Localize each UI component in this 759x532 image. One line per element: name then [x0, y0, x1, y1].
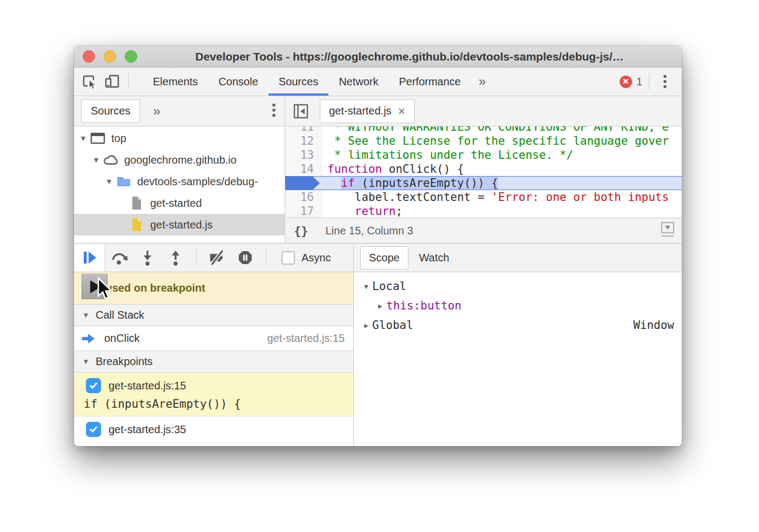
tab-console[interactable]: Console [208, 68, 268, 96]
close-tab-icon[interactable]: × [398, 105, 406, 118]
tree-item-top[interactable]: ▼ top [74, 127, 285, 149]
editor-tab-get-started-js[interactable]: get-started.js × [320, 99, 415, 123]
breakpoints-header[interactable]: ▼ Breakpoints [74, 351, 353, 373]
devtools-window: Developer Tools - https://googlechrome.g… [74, 46, 682, 446]
step-into-button[interactable] [133, 247, 162, 268]
breakpoint-checkbox-checked[interactable] [86, 378, 101, 393]
navigator-tab-sources[interactable]: Sources [81, 99, 140, 123]
debugger-toolbar: Async [74, 244, 353, 272]
editor-tabbar: get-started.js × [285, 96, 682, 126]
gutter-line-16[interactable]: 16 [285, 190, 322, 204]
gutter-line-11[interactable]: 11 [285, 126, 322, 134]
pause-on-exceptions-button[interactable] [231, 247, 259, 268]
tree-item-folder[interactable]: ▼ devtools-samples/debug- [74, 171, 285, 192]
navigator-more-tabs-button[interactable]: » [153, 104, 160, 119]
breakpoint-entry-15[interactable]: get-started.js:15 if (inputsAreEmpty()) … [74, 373, 353, 416]
inspect-cursor-icon [81, 74, 96, 89]
close-window-button[interactable] [83, 50, 95, 63]
toolbar-separator [649, 73, 649, 90]
current-frame-arrow-icon [82, 333, 96, 344]
gutter-line-15-breakpoint[interactable]: 15 [285, 176, 322, 190]
call-stack-header[interactable]: ▼ Call Stack [74, 304, 353, 326]
tree-collapsed-arrow[interactable]: ▶ [374, 302, 386, 310]
tree-expand-arrow[interactable]: ▼ [90, 156, 102, 164]
async-checkbox-group[interactable]: Async [281, 251, 331, 265]
execution-line-marker [285, 177, 320, 190]
scope-this-row[interactable]: ▶ this: button [354, 296, 682, 315]
kebab-menu-icon [272, 103, 276, 118]
gutter-line-12[interactable]: 12 [285, 134, 322, 148]
window-title: Developer Tools - https://googlechrome.g… [137, 50, 682, 63]
code-editor-area[interactable]: 11 * WITHOUT WARRANTIES OR CONDITIONS OF… [285, 126, 682, 218]
code-line-15-execution: 15 if (inputsAreEmpty()) { [285, 176, 682, 190]
error-icon: ✕ [620, 76, 632, 88]
device-toolbar-icon [104, 74, 120, 89]
scope-watch-pane: Scope Watch ▼ Local ▶ this: button [354, 244, 682, 446]
breakpoint-entry-35[interactable]: get-started.js:35 [74, 416, 353, 440]
panel-bottom-icon [660, 221, 675, 238]
error-badge[interactable]: ✕ 1 [620, 76, 642, 88]
async-checkbox[interactable] [281, 251, 295, 265]
tab-sources[interactable]: Sources [268, 68, 328, 96]
tree-item-get-started[interactable]: get-started [74, 192, 285, 214]
scope-tree: ▼ Local ▶ this: button ▶ Global Window [354, 272, 682, 446]
chevron-double-icon: » [153, 104, 160, 118]
cloud-icon [102, 154, 119, 166]
scope-global-row[interactable]: ▶ Global Window [354, 315, 682, 335]
inspect-element-button[interactable] [79, 72, 98, 91]
scope-local-row[interactable]: ▼ Local [354, 277, 682, 296]
step-out-icon [169, 250, 182, 266]
frame-icon [89, 132, 106, 145]
panel-collapse-icon [293, 103, 309, 119]
gutter-line-14[interactable]: 14 [285, 162, 322, 176]
tree-collapsed-arrow[interactable]: ▶ [360, 321, 372, 329]
cursor-position: Line 15, Column 3 [326, 225, 413, 237]
deactivate-breakpoints-button[interactable] [203, 247, 231, 268]
deactivate-breakpoints-icon [208, 250, 226, 265]
tab-network[interactable]: Network [328, 68, 388, 96]
section-collapse-arrow: ▼ [79, 358, 92, 366]
tree-expand-arrow[interactable]: ▼ [103, 177, 115, 186]
tab-watch[interactable]: Watch [419, 252, 449, 264]
panel-tabs: Elements Console Sources Network Perform… [143, 68, 493, 96]
resume-icon [82, 251, 97, 265]
tree-expand-arrow[interactable]: ▼ [360, 282, 372, 291]
pretty-print-button[interactable]: {} [294, 224, 308, 238]
dock-drawer-button[interactable] [660, 221, 675, 240]
tab-elements[interactable]: Elements [143, 68, 208, 96]
tree-item-get-started-js[interactable]: get-started.js [74, 214, 285, 235]
sources-panel: Sources » ▼ [74, 96, 682, 446]
tree-item-domain[interactable]: ▼ googlechrome.github.io [74, 149, 285, 171]
hide-navigator-button[interactable] [290, 100, 312, 123]
step-over-button[interactable] [105, 247, 133, 268]
gutter-line-13[interactable]: 13 [285, 148, 322, 162]
step-out-button[interactable] [162, 247, 190, 268]
step-into-icon [141, 250, 154, 266]
call-stack-frame-onclick[interactable]: onClick get-started.js:15 [74, 326, 353, 351]
navigator-header: Sources » [74, 96, 285, 126]
more-tabs-button[interactable]: » [471, 68, 493, 96]
zoom-window-button[interactable] [125, 50, 137, 63]
device-toolbar-button[interactable] [103, 72, 122, 91]
devtools-main-toolbar: Elements Console Sources Network Perform… [74, 68, 682, 96]
minimize-window-button[interactable] [104, 50, 116, 63]
gutter-line-17[interactable]: 17 [285, 204, 322, 218]
file-tree: ▼ top ▼ googlechrome.github.io [74, 126, 285, 243]
paused-on-breakpoint-banner: Paused on breakpoint [74, 272, 353, 304]
tab-scope[interactable]: Scope [360, 246, 408, 270]
breakpoint-checkbox-checked[interactable] [86, 422, 101, 437]
traffic-lights [83, 50, 137, 63]
main-menu-button[interactable] [656, 72, 674, 91]
tab-performance[interactable]: Performance [389, 68, 472, 96]
breakpoint-code-snippet: if (inputsAreEmpty()) { [74, 396, 353, 416]
code-line-13: 13 * limitations under the License. */ [285, 148, 682, 162]
code-lines: 11 * WITHOUT WARRANTIES OR CONDITIONS OF… [285, 126, 682, 218]
file-js-icon [128, 217, 145, 232]
resume-script-button[interactable] [74, 244, 105, 272]
navigator-menu-button[interactable] [272, 103, 276, 120]
toolbar-separator [196, 250, 197, 266]
debugger-sidebar: Async Paused on breakpoint ▼ [74, 244, 354, 446]
tree-expand-arrow[interactable]: ▼ [77, 134, 89, 143]
debugger-region: Async Paused on breakpoint ▼ [74, 243, 682, 446]
section-collapse-arrow: ▼ [79, 311, 92, 319]
